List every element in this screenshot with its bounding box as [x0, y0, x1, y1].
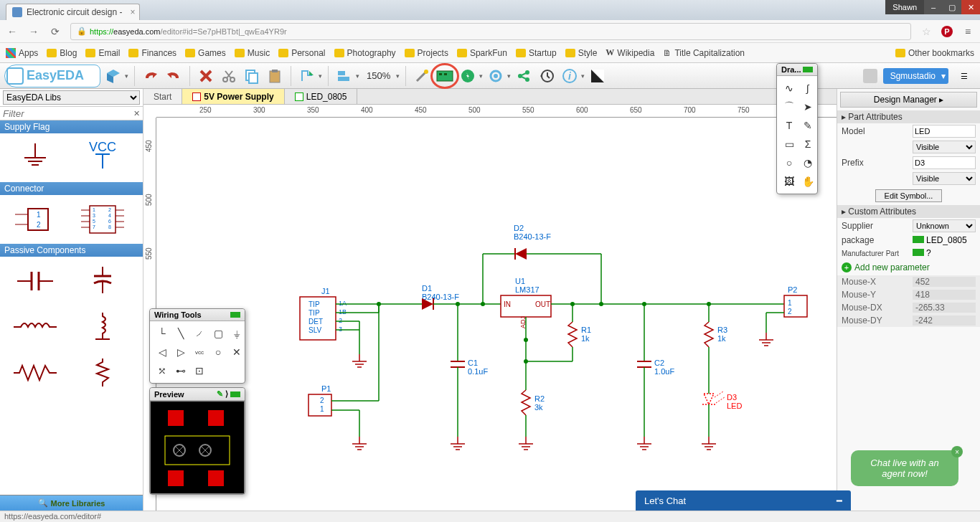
copy-button[interactable] [242, 66, 262, 86]
delete-button[interactable] [196, 66, 216, 86]
lib-conn8[interactable]: 13572468 [72, 199, 133, 239]
redo-button[interactable] [164, 66, 184, 86]
export-button[interactable] [297, 66, 317, 86]
freehand-icon[interactable]: ✎ [800, 118, 816, 133]
arrow-tool-icon[interactable]: ➤ [800, 99, 816, 115]
bookmark-email[interactable]: Email [85, 48, 120, 58]
lib-inductor-v[interactable] [72, 307, 133, 347]
section-custom-attributes[interactable]: ▸ Custom Attributes [837, 205, 980, 218]
pencil-icon[interactable]: ✎ [217, 389, 223, 399]
align-button[interactable] [334, 66, 354, 86]
section-part-attributes[interactable]: ▸ Part Attributes [837, 110, 980, 123]
info-dropdown-icon[interactable]: ▾ [581, 72, 585, 80]
package-value[interactable]: LED_0805 [926, 235, 967, 245]
run-dropdown-icon[interactable]: ▾ [479, 72, 483, 80]
settings-button[interactable] [486, 66, 506, 86]
undo-button[interactable] [141, 66, 161, 86]
arc-tool-icon[interactable]: ⌒ [781, 99, 797, 115]
pie-icon[interactable]: ◔ [800, 155, 816, 171]
group-icon[interactable]: ⊡ [192, 363, 207, 379]
bookmark-personal[interactable]: Personal [278, 48, 325, 58]
bookmark-finances[interactable]: Finances [128, 48, 176, 58]
image-tool-icon[interactable]: 🖼 [781, 174, 797, 189]
settings-dropdown-icon[interactable]: ▾ [507, 72, 511, 80]
probe-icon[interactable]: ⤱ [154, 363, 170, 379]
zoom-dropdown-icon[interactable]: ▾ [396, 72, 400, 80]
link-icon[interactable]: ⟩ [225, 389, 228, 399]
chat-close-icon[interactable]: × [951, 446, 963, 457]
net-port-icon[interactable]: ◁ [154, 344, 170, 360]
bookmark-startup[interactable]: Startup [516, 48, 557, 58]
preview-panel[interactable]: Preview✎⟩ [149, 387, 245, 495]
share-button[interactable] [514, 66, 534, 86]
lib-inductor[interactable] [4, 307, 66, 347]
edit-symbol-button[interactable]: Edit Symbol... [875, 189, 943, 202]
clear-filter-icon[interactable]: ✕ [131, 109, 143, 118]
align-dropdown-icon[interactable]: ▾ [356, 72, 359, 80]
lib-gnd[interactable] [4, 138, 66, 178]
drawing-tools-panel[interactable]: Dra... ∿ ∫ ⌒ ➤ T ✎ ▭ Σ ○ ◔ 🖼 ✋ [776, 63, 818, 194]
forward-icon[interactable]: → [27, 26, 40, 37]
bezier-tool-icon[interactable]: ∫ [800, 80, 816, 96]
section-supply[interactable]: Supply Flag [0, 120, 143, 133]
pin-tool-icon[interactable]: ⊷ [173, 363, 189, 379]
hamburger-icon[interactable]: ☰ [954, 66, 974, 86]
bookmark-title-cap[interactable]: 🗎Title Capitalization [663, 48, 745, 58]
url-bar[interactable]: 🔒 https:// easyeda.com /editor#id=Se7pHB… [70, 23, 911, 40]
lib-resistor[interactable] [4, 353, 66, 393]
model-input[interactable] [913, 125, 976, 138]
filter-input[interactable] [0, 107, 131, 120]
bookmark-projects[interactable]: Projects [405, 48, 448, 58]
net-flag-icon[interactable]: ▷ [173, 344, 189, 360]
section-connector[interactable]: Connector [0, 182, 143, 195]
avatar-icon[interactable] [863, 69, 877, 83]
user-menu[interactable]: Sgmustadio [883, 68, 948, 84]
lib-cap-pol[interactable] [72, 261, 133, 301]
export-dropdown-icon[interactable]: ▾ [319, 72, 322, 80]
open-button[interactable] [103, 66, 123, 86]
bookmark-blog[interactable]: Blog [47, 48, 77, 58]
tab-power-supply[interactable]: 5V Power Supply [182, 89, 284, 104]
theme-button[interactable] [588, 66, 608, 86]
bus-entry-icon[interactable]: ⟋ [192, 326, 207, 341]
close-window-icon[interactable]: ✕ [961, 0, 980, 14]
tab-close-icon[interactable]: × [130, 7, 135, 17]
chat-bubble[interactable]: × Chat live with an agent now! [851, 450, 958, 486]
cut-button[interactable] [219, 66, 239, 86]
prefix-input[interactable] [913, 156, 976, 169]
apps-button[interactable]: Apps [6, 48, 38, 58]
drag-tool-icon[interactable]: ✋ [800, 174, 816, 189]
wire-tool-icon[interactable]: └ [154, 326, 170, 341]
lib-resistor-v[interactable] [72, 353, 133, 393]
bus-tool-icon[interactable]: ╲ [173, 326, 189, 341]
menu-icon[interactable]: ≡ [961, 26, 974, 37]
schematic-canvas[interactable]: J1 TIP1A TIP1B DET2 SLV3 D1B240-13-F [156, 118, 837, 511]
paste-button[interactable] [265, 66, 285, 86]
pcb-button[interactable] [435, 66, 455, 86]
text-tool-icon[interactable]: T [781, 118, 797, 133]
reload-icon[interactable]: ⟳ [49, 26, 62, 37]
no-connect-icon[interactable]: ✕ [229, 344, 245, 360]
gnd-tool-icon[interactable]: ⏚ [229, 326, 245, 341]
vcc-tool-icon[interactable]: vcc [192, 344, 207, 360]
maximize-icon[interactable]: ▢ [943, 0, 961, 14]
mfr-value[interactable]: ? [926, 248, 931, 258]
lib-conn2[interactable]: 12 [4, 199, 66, 239]
bookmark-style[interactable]: Style [565, 48, 598, 58]
design-manager-button[interactable]: Design Manager ▸ [840, 92, 977, 108]
section-passive[interactable]: Passive Components [0, 244, 143, 257]
chat-min-icon[interactable]: ━ [837, 495, 842, 506]
bookmark-sparkfun[interactable]: SparkFun [457, 48, 507, 58]
windows-user[interactable]: Shawn [885, 0, 924, 14]
lib-vcc[interactable]: VCC [72, 138, 133, 178]
bookmark-wikipedia[interactable]: WWikipedia [606, 47, 654, 58]
easyeda-logo[interactable]: EasyEDA [4, 65, 100, 87]
junction-icon[interactable]: ○ [210, 344, 226, 360]
bookmark-photography[interactable]: Photography [334, 48, 396, 58]
browser-tab[interactable]: Electronic circuit design - × [6, 4, 140, 20]
lib-cap[interactable] [4, 261, 66, 301]
bookmark-music[interactable]: Music [235, 48, 270, 58]
libs-dropdown[interactable]: EasyEDA Libs [3, 90, 140, 105]
wiring-tools-panel[interactable]: Wiring Tools └ ╲ ⟋ ▢ ⏚ ◁ ▷ vcc ○ ✕ ⤱ ⊷ ⊡ [149, 308, 245, 384]
prefix-visibility[interactable]: Visible [913, 172, 976, 185]
